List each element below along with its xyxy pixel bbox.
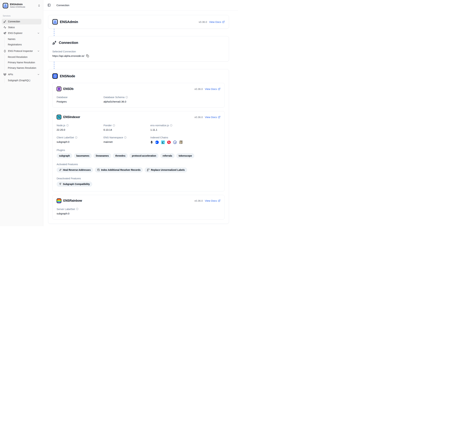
ensdb-card-title: ENSDb [63, 87, 74, 91]
sidebar-item-label: ENS Explorer [8, 32, 35, 35]
sidebar-item-record-resolution[interactable]: Record Resolution [5, 54, 42, 60]
ens-namespace-field: ENS Namespace mainnet [103, 136, 150, 144]
dashed-connector [54, 29, 54, 36]
sidebar-item-primary-name-resolution[interactable]: Primary Name Resolution [5, 60, 42, 65]
top-bar: Connection [43, 0, 238, 10]
sidebar-item-label: APIs [8, 73, 35, 76]
database-schema-value: alphaSchema0.36.0 [103, 100, 150, 103]
ensadmin-card: ENSAdmin v0.36.0 View Docs [48, 15, 229, 29]
main-area: Connection ENSAdmin [43, 0, 238, 226]
threedns-icon [167, 140, 171, 144]
database-schema-label: Database Schema [103, 96, 125, 99]
plugin-badge: tokenscope [176, 153, 194, 158]
sidebar-item-label: Status [8, 26, 15, 29]
feature-badge-replace-unnormalized-labels: Replace Unnormalized Labels [145, 167, 187, 172]
database-plus-icon [97, 169, 100, 171]
sidebar-item-primary-names-resolution[interactable]: Primary Names Resolution [5, 65, 42, 71]
chevron-down-icon[interactable] [37, 50, 40, 52]
sidebar-item-ens-protocol-inspector[interactable]: ENS Protocol Inspector [2, 48, 41, 54]
app-root: ENSAdmin Select ENSNode Services Connect… [0, 0, 238, 226]
plugin-badge: referrals [160, 153, 175, 158]
info-icon[interactable] [125, 96, 128, 98]
sidebar-toggle-button[interactable] [47, 3, 51, 7]
nodejs-label: Node.js [57, 124, 65, 127]
plugin-badge: subgraph [57, 153, 72, 158]
base-icon [155, 140, 159, 144]
sidebar-item-registrations[interactable]: Registrations [5, 42, 42, 47]
sidebar-item-apis[interactable]: APIs [2, 72, 41, 77]
sidebar-item-label: Subgraph (GraphQL) [8, 79, 30, 82]
ponder-field: Ponder 0.13.14 [103, 124, 150, 131]
database-schema-field: Database Schema alphaSchema0.36.0 [103, 96, 150, 103]
info-icon[interactable] [76, 208, 79, 210]
ensindexer-view-docs-link[interactable]: View Docs [205, 116, 221, 119]
info-icon[interactable] [124, 136, 126, 139]
ensadmin-card-title: ENSAdmin [60, 20, 78, 24]
sidebar-item-label: Registrations [8, 43, 22, 46]
ensindexer-card-title: ENSIndexer [63, 115, 80, 119]
feature-badge-heal-reverse-addresses: Heal Reverse Addresses [57, 167, 93, 172]
feature-badge-index-additional-resolver-records: Index Additional Resolver Records [95, 167, 143, 172]
breadcrumb: Connection [57, 4, 69, 7]
ensadmin-logo-icon [3, 3, 8, 8]
radio-tower-icon [3, 73, 6, 76]
chevron-down-icon[interactable] [37, 73, 40, 76]
plugin-badge: protocol-acceleration [129, 153, 158, 158]
info-icon[interactable] [113, 124, 115, 126]
ensrainbow-view-docs-link[interactable]: View Docs [205, 199, 221, 202]
activated-features-badges: Heal Reverse Addresses Index Additional … [57, 167, 221, 172]
view-docs-label: View Docs [205, 199, 217, 202]
server-labelset-label: Server LabelSet [57, 208, 75, 211]
indexed-chains-label: Indexed Chains [150, 136, 221, 139]
feature-badge-subgraph-compatibility: Subgraph Compatibility [57, 182, 92, 187]
sidebar-item-names[interactable]: Names [5, 36, 42, 42]
plugins-badges: subgraph basenames lineanames threedns p… [57, 153, 221, 158]
client-labelset-field: Client LabelSet subgraph:0 [57, 136, 103, 144]
dashed-connector [54, 62, 54, 69]
info-icon[interactable] [170, 124, 172, 126]
app-title: ENSAdmin [10, 3, 36, 6]
view-docs-label: View Docs [205, 87, 217, 90]
plugins-label: Plugins [57, 149, 221, 151]
ens-normalize-value: 1.11.1 [150, 128, 221, 131]
ensrainbow-logo-icon [57, 198, 61, 203]
sidebar-item-subgraph-graphql[interactable]: Subgraph (GraphQL) [5, 78, 42, 83]
sidebar-group-apis: Subgraph (GraphQL) [4, 78, 42, 83]
plug-zap-icon [52, 40, 57, 45]
sidebar-item-connection[interactable]: Connection [2, 19, 41, 24]
indexed-chains-list [150, 140, 221, 144]
plugin-badge: basenames [74, 153, 92, 158]
database-value: Postgres [57, 100, 103, 103]
sidebar-item-label: Primary Name Resolution [8, 61, 35, 64]
info-icon[interactable] [66, 124, 69, 126]
sidebar-item-label: Primary Names Resolution [8, 67, 36, 69]
connection-url: https://api.alpha.ensnode.io/ [52, 54, 84, 57]
chevron-down-icon[interactable] [37, 32, 40, 34]
ensrainbow-version: v0.36.0 [194, 199, 203, 202]
external-link-icon [218, 88, 221, 90]
ensadmin-version: v0.36.0 [199, 20, 207, 23]
copy-url-button[interactable] [86, 54, 89, 57]
ensadmin-view-docs-link[interactable]: View Docs [209, 20, 225, 23]
external-link-icon [218, 116, 221, 118]
client-labelset-value: subgraph:0 [57, 140, 103, 143]
ensdb-version: v0.36.0 [194, 87, 203, 90]
info-icon[interactable] [75, 136, 77, 139]
page-content: ENSAdmin v0.36.0 View Docs [43, 10, 238, 226]
nodejs-value: 22.20.0 [57, 128, 103, 131]
sidebar-item-label: Connection [8, 20, 20, 23]
activity-icon [3, 26, 6, 29]
sidebar-item-ens-explorer[interactable]: ENS Explorer [2, 30, 41, 36]
ens-normalize-field: ens-normalize.js 1.11.1 [150, 124, 221, 131]
activated-features-label: Activated Features [57, 163, 221, 166]
ethereum-icon [150, 140, 153, 144]
plugin-badge: threedns [113, 153, 128, 158]
ensdb-view-docs-link[interactable]: View Docs [205, 87, 221, 90]
deactivated-features-label: Deactivated Features [57, 177, 221, 180]
ensdb-logo-icon [57, 86, 61, 91]
panel-left-icon [48, 4, 51, 7]
ensnode-selector[interactable]: ENSAdmin Select ENSNode [1, 1, 42, 10]
sidebar-item-label: Record Resolution [8, 56, 28, 58]
sidebar-item-status[interactable]: Status [2, 25, 41, 30]
bandage-icon [59, 169, 62, 171]
